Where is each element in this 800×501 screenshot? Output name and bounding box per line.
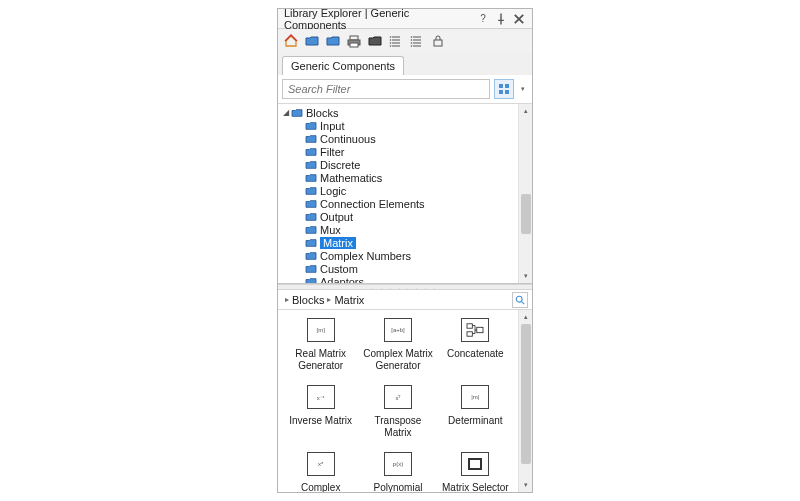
component-inverse-matrix[interactable]: x⁻¹Inverse Matrix [284,385,357,438]
tree-item-logic[interactable]: Logic [278,184,518,197]
component-label: Determinant [448,415,502,427]
component-concatenate[interactable]: Concatenate [439,318,512,371]
component-thumb [461,452,489,476]
tree-pane: ◢ Blocks InputContinuousFilterDiscreteMa… [278,104,532,284]
svg-point-3 [390,36,392,38]
tree-item-connection-elements[interactable]: Connection Elements [278,197,518,210]
tree-item-input[interactable]: Input [278,119,518,132]
folder-blue2-icon[interactable] [324,32,342,50]
folder-icon [305,264,317,274]
chevron-right-icon[interactable]: ▸ [285,295,289,304]
folder-icon [305,277,317,284]
chevron-right-icon: ▸ [327,295,331,304]
search-view-button[interactable] [494,79,514,99]
tree-item-continuous[interactable]: Continuous [278,132,518,145]
tab-strip: Generic Components [278,53,532,75]
close-button[interactable] [512,12,526,26]
tab-generic-components[interactable]: Generic Components [282,56,404,75]
component-matrix-selector[interactable]: Matrix Selector [439,452,512,492]
component-determinant[interactable]: |m|Determinant [439,385,512,438]
svg-rect-15 [505,90,509,94]
lock-icon[interactable] [429,32,447,50]
tree-item-adaptors[interactable]: Adaptors [278,275,518,283]
tree-root-blocks[interactable]: ◢ Blocks [278,106,518,119]
svg-point-10 [411,45,413,47]
tree-item-custom[interactable]: Custom [278,262,518,275]
titlebar: Library Explorer | Generic Components ? [278,9,532,29]
tree-scroll[interactable]: ◢ Blocks InputContinuousFilterDiscreteMa… [278,104,518,283]
folder-icon [305,121,317,131]
library-explorer-panel: Library Explorer | Generic Components ? [277,8,533,493]
component-thumb [461,318,489,342]
tree-item-matrix[interactable]: Matrix [278,236,518,249]
folder-icon [305,199,317,209]
svg-rect-14 [499,90,503,94]
grid-scrollbar[interactable]: ▴ ▾ [518,310,532,492]
toolbar [278,29,532,53]
breadcrumb-blocks[interactable]: Blocks [292,294,324,306]
svg-point-9 [411,42,413,44]
component-label: Polynomial [374,482,423,492]
svg-point-4 [390,39,392,41]
svg-rect-18 [467,332,472,336]
component-label: Transpose Matrix [363,415,433,438]
scroll-down-icon[interactable]: ▾ [519,478,532,492]
component-real-matrix-generator[interactable]: [m]Real Matrix Generator [284,318,357,371]
component-label: Matrix Selector [442,482,509,492]
folder-icon [305,173,317,183]
svg-point-16 [516,296,522,302]
scroll-thumb[interactable] [521,324,531,464]
breadcrumb-matrix[interactable]: Matrix [334,294,364,306]
svg-point-7 [411,36,413,38]
home-icon[interactable] [282,32,300,50]
component-label: Real Matrix Generator [286,348,356,371]
folder-icon [305,225,317,235]
component-thumb: x* [307,452,335,476]
tree-item-mathematics[interactable]: Mathematics [278,171,518,184]
print-icon[interactable] [345,32,363,50]
folder-icon [291,108,303,118]
component-label: Inverse Matrix [289,415,352,427]
component-transpose-matrix[interactable]: xᵀTranspose Matrix [361,385,434,438]
svg-rect-17 [467,324,472,328]
component-complex-matrix-generator[interactable]: [a+b]Complex Matrix Generator [361,318,434,371]
component-thumb: x⁻¹ [307,385,335,409]
tree-item-mux[interactable]: Mux [278,223,518,236]
list-icon[interactable] [387,32,405,50]
tree-item-discrete[interactable]: Discrete [278,158,518,171]
component-polynomial[interactable]: p(x)Polynomial [361,452,434,492]
component-label: Concatenate [447,348,504,360]
search-input[interactable] [282,79,490,99]
folder-icon [305,147,317,157]
svg-point-8 [411,39,413,41]
component-thumb: [m] [307,318,335,342]
search-options-dropdown[interactable]: ▾ [518,79,528,99]
svg-rect-0 [350,36,358,40]
scroll-thumb[interactable] [521,194,531,234]
list2-icon[interactable] [408,32,426,50]
tree-item-filter[interactable]: Filter [278,145,518,158]
svg-rect-12 [499,84,503,88]
help-button[interactable]: ? [476,12,490,26]
scroll-up-icon[interactable]: ▴ [519,310,532,324]
search-row: ▾ [278,75,532,104]
collapse-icon[interactable]: ◢ [282,108,290,117]
tree-item-complex-numbers[interactable]: Complex Numbers [278,249,518,262]
scroll-up-icon[interactable]: ▴ [519,104,532,118]
svg-rect-19 [477,327,483,332]
component-thumb: [a+b] [384,318,412,342]
component-thumb: |m| [461,385,489,409]
tree-scrollbar[interactable]: ▴ ▾ [518,104,532,283]
pin-button[interactable] [494,12,508,26]
component-label: Complex Conjugate Transpose [286,482,356,492]
breadcrumb-search-button[interactable] [512,292,528,308]
component-complex-conjugate-transpose[interactable]: x*Complex Conjugate Transpose [284,452,357,492]
scroll-down-icon[interactable]: ▾ [519,269,532,283]
folder-icon [305,160,317,170]
tree-item-output[interactable]: Output [278,210,518,223]
folder-dark-icon[interactable] [366,32,384,50]
svg-rect-13 [505,84,509,88]
folder-blue-icon[interactable] [303,32,321,50]
component-thumb: xᵀ [384,385,412,409]
grid-pane: [m]Real Matrix Generator[a+b]Complex Mat… [278,310,532,492]
